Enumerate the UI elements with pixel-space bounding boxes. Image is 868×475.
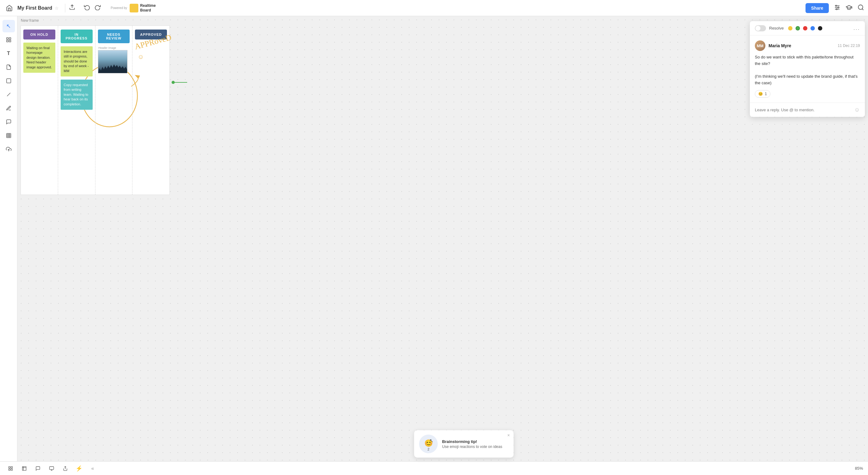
powered-by: Powered by RealtimeBoard xyxy=(111,3,156,12)
board-frame: New frame ON HOLD xyxy=(21,26,170,195)
comment-tool[interactable] xyxy=(2,116,15,128)
upload-sidebar-tool[interactable] xyxy=(2,143,15,155)
undo-button[interactable] xyxy=(84,4,90,12)
column-header-in-progress: IN PROGRESS xyxy=(61,30,93,43)
divider xyxy=(65,4,65,12)
frame-label: New frame xyxy=(21,18,39,23)
topbar: My First Board ☆ Powered by RealtimeBoar… xyxy=(0,0,434,16)
connector-line xyxy=(172,82,187,83)
svg-rect-12 xyxy=(9,40,10,42)
sticky-in-progress-2[interactable]: Copy requested from writing team. Waitin… xyxy=(61,80,93,110)
grid-tool[interactable] xyxy=(2,34,15,46)
svg-rect-9 xyxy=(6,38,8,39)
svg-rect-10 xyxy=(9,38,10,39)
sticky-in-progress-1[interactable]: Interactions are still in progress, shou… xyxy=(61,46,93,76)
column-in-progress: IN PROGRESS Interactions are still in pr… xyxy=(58,26,95,195)
sticky-on-hold-1[interactable]: Waiting on final homepage design iterati… xyxy=(23,42,55,73)
board-title: My First Board xyxy=(18,5,52,11)
svg-line-14 xyxy=(7,93,10,96)
column-header-needs-review: NEEDS REVIEW xyxy=(98,30,130,43)
canvas[interactable]: New frame ON HOLD xyxy=(18,16,434,238)
upload-icon[interactable] xyxy=(69,4,75,12)
column-on-hold: ON HOLD Waiting on final homepage design… xyxy=(21,26,58,195)
svg-rect-15 xyxy=(6,133,11,138)
column-approved: APPROVED APPRoveD☺ xyxy=(132,26,169,195)
brand-name: RealtimeBoard xyxy=(140,3,156,12)
text-tool[interactable]: T xyxy=(2,47,15,60)
powered-by-text: Powered by xyxy=(111,6,127,10)
home-button[interactable] xyxy=(4,2,15,14)
shape-tool[interactable] xyxy=(2,74,15,87)
kanban-board: ON HOLD Waiting on final homepage design… xyxy=(21,26,169,195)
redo-button[interactable] xyxy=(94,4,101,12)
line-tool[interactable] xyxy=(2,88,15,101)
note-tool[interactable] xyxy=(2,61,15,73)
left-sidebar: ↖ T xyxy=(0,16,18,238)
cursor-tool[interactable]: ↖ xyxy=(2,20,15,32)
svg-rect-13 xyxy=(6,78,11,83)
header-image-label: Header Image xyxy=(98,46,130,50)
column-header-on-hold: ON HOLD xyxy=(23,30,55,39)
brand-logo xyxy=(130,4,138,12)
star-icon[interactable]: ☆ xyxy=(55,6,59,10)
header-image-mock xyxy=(98,50,127,73)
header-image-area[interactable]: Header Image xyxy=(98,46,130,73)
column-needs-review: NEEDS REVIEW Header Image xyxy=(95,26,133,195)
pen-tool[interactable] xyxy=(2,102,15,115)
forest-silhouette xyxy=(98,61,127,73)
svg-rect-11 xyxy=(6,40,8,42)
frame-tool[interactable] xyxy=(2,129,15,142)
